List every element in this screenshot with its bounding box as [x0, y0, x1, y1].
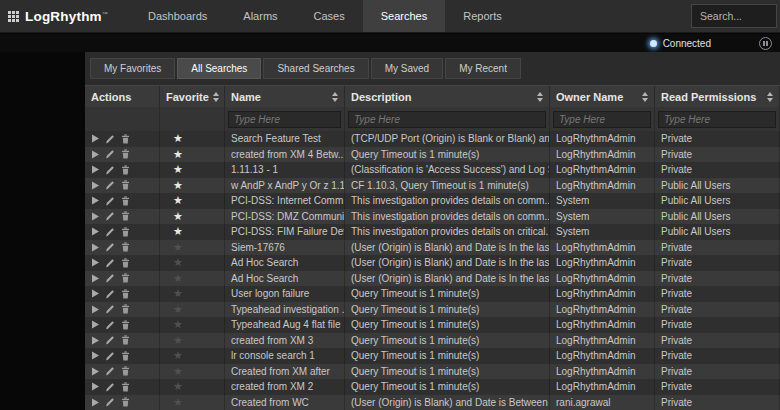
edit-icon[interactable] [105, 397, 115, 407]
nav-tab-alarms[interactable]: Alarms [225, 0, 295, 32]
run-search-icon[interactable] [91, 243, 99, 252]
pause-stream-icon[interactable] [759, 37, 772, 50]
favorite-star-icon[interactable]: ★ [173, 335, 183, 346]
run-search-icon[interactable] [91, 227, 99, 236]
delete-icon[interactable] [121, 366, 130, 376]
edit-icon[interactable] [105, 242, 115, 252]
table-row[interactable]: ★ Typeahead investigation ... Query Time… [85, 302, 780, 318]
global-search-button[interactable]: Search... [691, 4, 777, 28]
filter-input-owner[interactable] [553, 111, 651, 128]
nav-tab-cases[interactable]: Cases [296, 0, 363, 32]
filter-input-name[interactable] [228, 111, 341, 128]
table-row[interactable]: ★ Typeahead Aug 4 flat file Query Timeou… [85, 317, 780, 333]
table-row[interactable]: ★ Ad Hoc Search (User (Origin) is Blank)… [85, 255, 780, 271]
edit-icon[interactable] [105, 289, 115, 299]
favorite-star-icon[interactable]: ★ [173, 195, 183, 206]
nav-tab-searches[interactable]: Searches [363, 0, 445, 32]
run-search-icon[interactable] [91, 150, 99, 159]
tab-shared-searches[interactable]: Shared Searches [263, 58, 368, 79]
favorite-star-icon[interactable]: ★ [173, 350, 183, 361]
delete-icon[interactable] [121, 227, 130, 237]
edit-icon[interactable] [105, 351, 115, 361]
sort-icon[interactable] [332, 92, 338, 102]
nav-tab-dashboards[interactable]: Dashboards [130, 0, 225, 32]
edit-icon[interactable] [105, 366, 115, 376]
table-row[interactable]: ★ PCI-DSS: DMZ Communic... This investig… [85, 209, 780, 225]
delete-icon[interactable] [121, 258, 130, 268]
sort-icon[interactable] [213, 92, 219, 102]
edit-icon[interactable] [105, 196, 115, 206]
edit-icon[interactable] [105, 149, 115, 159]
delete-icon[interactable] [121, 196, 130, 206]
run-search-icon[interactable] [91, 336, 99, 345]
favorite-star-icon[interactable]: ★ [173, 226, 183, 237]
table-row[interactable]: ★ 1.11.13 - 1 (Classification is 'Access… [85, 162, 780, 178]
run-search-icon[interactable] [91, 289, 99, 298]
filter-input-description[interactable] [348, 111, 546, 128]
filter-input-permissions[interactable] [658, 111, 776, 128]
delete-icon[interactable] [121, 149, 130, 159]
table-row[interactable]: ★ created from XM 2 Query Timeout is 1 m… [85, 379, 780, 395]
edit-icon[interactable] [105, 258, 115, 268]
edit-icon[interactable] [105, 165, 115, 175]
delete-icon[interactable] [121, 335, 130, 345]
column-header-description[interactable]: Description [345, 86, 550, 107]
sort-icon[interactable] [642, 92, 648, 102]
column-header-permissions[interactable]: Read Permissions [655, 86, 780, 107]
run-search-icon[interactable] [91, 351, 99, 360]
table-row[interactable]: ★ Created from XM after Query Timeout is… [85, 364, 780, 380]
run-search-icon[interactable] [91, 274, 99, 283]
edit-icon[interactable] [105, 382, 115, 392]
edit-icon[interactable] [105, 320, 115, 330]
favorite-star-icon[interactable]: ★ [173, 273, 183, 284]
delete-icon[interactable] [121, 320, 130, 330]
tab-all-searches[interactable]: All Searches [177, 58, 261, 79]
table-row[interactable]: ★ w AndP x AndP y Or z 1.1... CF 1.10.3,… [85, 178, 780, 194]
run-search-icon[interactable] [91, 196, 99, 205]
edit-icon[interactable] [105, 304, 115, 314]
tab-my-saved[interactable]: My Saved [371, 58, 443, 79]
column-header-name[interactable]: Name [225, 86, 345, 107]
table-row[interactable]: ★ Siem-17676 (User (Origin) is Blank) an… [85, 240, 780, 256]
sort-icon[interactable] [767, 92, 773, 102]
edit-icon[interactable] [105, 227, 115, 237]
run-search-icon[interactable] [91, 398, 99, 407]
favorite-star-icon[interactable]: ★ [173, 211, 183, 222]
table-row[interactable]: ★ Search Feature Test (TCP/UDP Port (Ori… [85, 131, 780, 147]
delete-icon[interactable] [121, 304, 130, 314]
table-row[interactable]: ★ PCI-DSS: Internet Comm... This investi… [85, 193, 780, 209]
favorite-star-icon[interactable]: ★ [173, 180, 183, 191]
delete-icon[interactable] [121, 165, 130, 175]
edit-icon[interactable] [105, 273, 115, 283]
delete-icon[interactable] [121, 211, 130, 221]
favorite-star-icon[interactable]: ★ [173, 304, 183, 315]
favorite-star-icon[interactable]: ★ [173, 288, 183, 299]
table-row[interactable]: ★ PCI-DSS: FIM Failure Detail This inves… [85, 224, 780, 240]
edit-icon[interactable] [105, 211, 115, 221]
run-search-icon[interactable] [91, 165, 99, 174]
table-row[interactable]: ★ created from XM 3 Query Timeout is 1 m… [85, 333, 780, 349]
table-row[interactable]: ★ lr console search 1 Query Timeout is 1… [85, 348, 780, 364]
run-search-icon[interactable] [91, 258, 99, 267]
table-row[interactable]: ★ User logon failure Query Timeout is 1 … [85, 286, 780, 302]
run-search-icon[interactable] [91, 320, 99, 329]
run-search-icon[interactable] [91, 382, 99, 391]
favorite-star-icon[interactable]: ★ [173, 149, 183, 160]
run-search-icon[interactable] [91, 134, 99, 143]
edit-icon[interactable] [105, 180, 115, 190]
favorite-star-icon[interactable]: ★ [173, 257, 183, 268]
delete-icon[interactable] [121, 242, 130, 252]
favorite-star-icon[interactable]: ★ [173, 381, 183, 392]
favorite-star-icon[interactable]: ★ [173, 319, 183, 330]
sort-icon[interactable] [537, 92, 543, 102]
favorite-star-icon[interactable]: ★ [173, 397, 183, 408]
run-search-icon[interactable] [91, 181, 99, 190]
edit-icon[interactable] [105, 134, 115, 144]
delete-icon[interactable] [121, 397, 130, 407]
delete-icon[interactable] [121, 351, 130, 361]
favorite-star-icon[interactable]: ★ [173, 366, 183, 377]
favorite-star-icon[interactable]: ★ [173, 242, 183, 253]
table-row[interactable]: ★ Ad Hoc Search (User (Origin) is Blank)… [85, 271, 780, 287]
run-search-icon[interactable] [91, 367, 99, 376]
column-header-owner[interactable]: Owner Name [550, 86, 655, 107]
